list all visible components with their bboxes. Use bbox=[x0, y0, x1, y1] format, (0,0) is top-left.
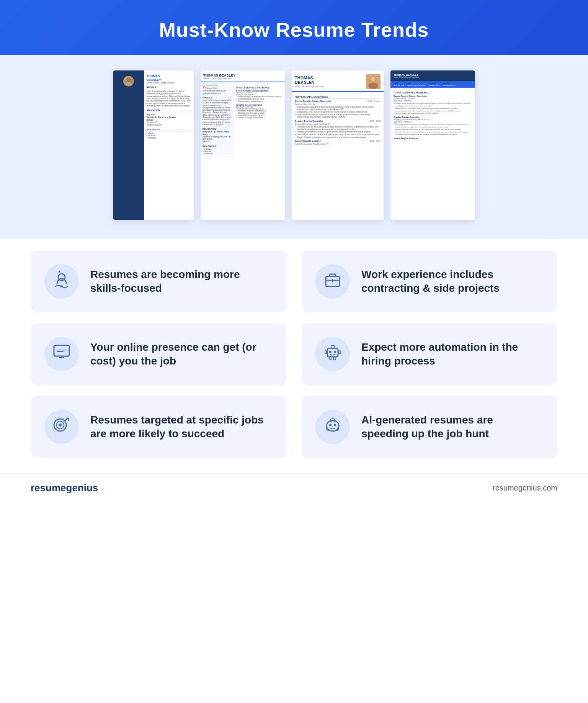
trend-icon-wrap-ai bbox=[315, 410, 350, 444]
trends-grid: Resumes are becoming more skills-focused… bbox=[31, 250, 557, 458]
resume-skill-2-1: InDesign bbox=[203, 148, 232, 150]
resume-card-1: THOMASBEASLEY Senior Graphic Design Spec… bbox=[113, 70, 194, 220]
resume-section-exp-2: PROFESSIONAL EXPERIENCE bbox=[236, 87, 283, 89]
target-icon bbox=[52, 415, 72, 439]
resume-email-4: thomasbeasley@gmail.com bbox=[407, 84, 426, 86]
resume-name-1: THOMASBEASLEY bbox=[147, 74, 191, 82]
resume-job-date-3-2: 2017 – 2019 bbox=[370, 120, 381, 122]
resume-degree-2: Bachelor Of Fine Arts In Graphic Design bbox=[203, 131, 232, 136]
resume-job-bullet-2-2: Assess all graphic materials creat... bbox=[236, 98, 283, 100]
trend-text-contracting: Work experience includes contracting & s… bbox=[361, 268, 542, 296]
trend-text-automation: Expect more automation in the hiring pro… bbox=[361, 340, 542, 368]
resume-address-4: Chicago, Illinois bbox=[429, 84, 440, 86]
resume-email-2: ✉ thomasbeasley@gmail.com bbox=[203, 90, 232, 92]
trend-icon-wrap-targeted bbox=[44, 410, 79, 444]
trend-card-automation: Expect more automation in the hiring pro… bbox=[302, 323, 557, 385]
resume-bullet-4-5: Developed numerous marketing programs (l… bbox=[394, 124, 472, 128]
resume-bullet-4-8: Created 4+ design presentations and prop… bbox=[394, 133, 472, 136]
brand-second: genius bbox=[66, 482, 98, 494]
resume-bullet-3-5: Developed numerous marketing programs (l… bbox=[295, 126, 381, 131]
resume-job-title-3-2: Graphic Design Specialist bbox=[295, 120, 323, 122]
briefcase-icon bbox=[323, 270, 343, 293]
resume-contact-bar-4: PHONE (212) 256-1414 EMAIL thomasbeasley… bbox=[390, 81, 475, 88]
monitor-icon bbox=[52, 342, 72, 366]
resume-bullet-4-7: Consulted with clients on the most appro… bbox=[394, 131, 472, 133]
page-header: Must-Know Resume Trends bbox=[0, 0, 588, 55]
trend-text-ai: AI-generated resumes are speeding up the… bbox=[361, 413, 542, 441]
resume-card-4: THOMAS BEASLEY Senior Graphic Design Spe… bbox=[390, 70, 475, 220]
svg-point-5 bbox=[371, 77, 376, 82]
svg-rect-11 bbox=[54, 345, 69, 356]
resume-name-3: THOMASBEASLEY bbox=[295, 75, 363, 85]
trend-card-targeted: Resumes targeted at specific jobs are mo… bbox=[31, 396, 286, 458]
resume-bullet-3-1: Lead the design, development and impleme… bbox=[295, 106, 381, 111]
resume-job-company-2-2: May 2017 – April 2019Stepping Stone Adve… bbox=[236, 106, 283, 110]
resume-section-education-2: EDUCATION bbox=[203, 128, 232, 130]
svg-rect-17 bbox=[325, 351, 327, 354]
resume-skill-2-3: Photoshop bbox=[203, 153, 232, 155]
page-footer: resumegenius resumegenius.com bbox=[0, 473, 588, 502]
trend-card-ai: AI-generated resumes are speeding up the… bbox=[302, 396, 557, 458]
resume-card-4-body: PROFESSIONAL EXPERIENCE Senior Graphic D… bbox=[390, 88, 475, 142]
svg-point-0 bbox=[127, 78, 131, 82]
resume-location-2: 📍 Chicago, Illinois bbox=[203, 87, 232, 89]
resume-card-3-body: PROFESSIONAL EXPERIENCE Senior Graphic D… bbox=[292, 92, 384, 148]
resume-card-2-cols: 📞 (212) 256-1414 📍 Chicago, Illinois ✉ t… bbox=[201, 82, 285, 157]
resume-job-bullet-2-5: Managed up to 5 projects or tasks... bbox=[236, 112, 283, 114]
trend-text-online: Your online presence can get (or cost) y… bbox=[90, 340, 271, 368]
resume-job-company-3-3: Redfin Technologies, New Rochelle, NY bbox=[295, 143, 381, 145]
svg-point-25 bbox=[59, 423, 62, 427]
trend-icon-wrap-automation bbox=[315, 337, 350, 371]
resume-bullet-3-2: Delegate tasks to a 7-member design team… bbox=[295, 111, 381, 113]
resume-section-exp-3: PROFESSIONAL EXPERIENCE bbox=[295, 96, 381, 99]
resume-subtitle-4: Senior Graphic Design Specialist bbox=[394, 76, 419, 78]
resume-job-company-4-2: Stepping Stone Advertising, New York, NY… bbox=[394, 118, 472, 123]
trend-card-online: Your online presence can get (or cost) y… bbox=[31, 323, 286, 385]
brand-first: resume bbox=[31, 482, 66, 494]
resume-skill-2-2: Illustrator bbox=[203, 150, 232, 152]
resume-card-3: THOMASBEASLEY Senior Graphic Design Spec… bbox=[292, 70, 384, 220]
resume-section-skills-1: KEY SKILLS bbox=[147, 128, 191, 131]
resume-job-company-3-2: Stepping Stone Advertising, New York, NY bbox=[295, 123, 381, 125]
resume-job-bullet-2-4: Developed numerous marketing (...) bbox=[236, 110, 283, 112]
trend-text-targeted: Resumes targeted at specific jobs are mo… bbox=[90, 413, 271, 441]
svg-point-20 bbox=[334, 351, 336, 353]
resume-job-title-3-1: Senior Graphic Design Specialist bbox=[295, 100, 331, 102]
resume-bullet-4-6: Managed up to 5 projects or tasks at a g… bbox=[394, 128, 472, 131]
resume-title-1: Senior Graphic Design Specialist bbox=[147, 82, 191, 84]
resume-title-2: Senior Graphic Design Specialist bbox=[203, 77, 282, 80]
resume-website-4: thomasbeasley.com bbox=[443, 84, 456, 86]
resume-phone-2: 📞 (212) 256-1414 bbox=[203, 85, 232, 87]
resume-bullet-3-6: Managed up to 5 projects or tasks at a g… bbox=[295, 131, 381, 133]
trend-text-skills: Resumes are becoming more skills-focused bbox=[90, 268, 271, 296]
resume-section-exp-4: PROFESSIONAL EXPERIENCE bbox=[394, 92, 472, 94]
trend-icon-wrap-contracting bbox=[315, 264, 350, 299]
resume-card-2-top: THOMAS BEASLEY Senior Graphic Design Spe… bbox=[201, 70, 285, 82]
robot-icon bbox=[323, 342, 343, 366]
resume-card-2-left: 📞 (212) 256-1414 📍 Chicago, Illinois ✉ t… bbox=[201, 82, 234, 157]
footer-url: resumegenius.com bbox=[493, 484, 557, 492]
brand-logo: resumegenius bbox=[31, 482, 98, 494]
resume-card-2-right: PROFESSIONAL EXPERIENCE Senior Graphic D… bbox=[234, 82, 285, 157]
resume-card-1-main: THOMASBEASLEY Senior Graphic Design Spec… bbox=[144, 70, 194, 143]
resume-card-4-header: THOMAS BEASLEY Senior Graphic Design Spe… bbox=[390, 70, 475, 81]
resume-education-1: May 2015 bbox=[147, 113, 191, 116]
trend-card-contracting: Work experience includes contracting & s… bbox=[302, 250, 557, 312]
svg-point-1 bbox=[126, 82, 132, 85]
resume-website-2: 🌐 thomasbeasley.com bbox=[203, 93, 232, 95]
resume-bullet-3-7: Consulted with clients on the most appro… bbox=[295, 134, 381, 136]
svg-rect-18 bbox=[339, 351, 340, 354]
resume-job-bullet-2-6: Consulted with clients on the mo... bbox=[236, 114, 283, 116]
resume-job-title-3-3: Junior Graphic Designer bbox=[295, 140, 322, 142]
resume-skill-3: • Photoshop bbox=[147, 137, 191, 139]
resume-profile-text-1: Senior Graphic Design Specialist with 6+… bbox=[147, 90, 191, 107]
resume-bullet-3-3: Assess all graphic materials created in-… bbox=[295, 114, 381, 116]
svg-point-28 bbox=[334, 424, 336, 426]
resume-card-1-sidebar bbox=[113, 70, 144, 220]
resume-job-title-4-3: Junior Graphic Designer bbox=[394, 137, 418, 139]
gear-skills-icon bbox=[52, 270, 72, 293]
resume-job-header-3-2: Graphic Design Specialist 2017 – 2019 bbox=[295, 120, 381, 122]
trend-card-skills: Resumes are becoming more skills-focused bbox=[31, 250, 286, 312]
resume-gpa-1: Design GPA: 3.7/4.0 bbox=[147, 124, 191, 126]
resume-preview-section: THOMASBEASLEY Senior Graphic Design Spec… bbox=[0, 55, 588, 239]
